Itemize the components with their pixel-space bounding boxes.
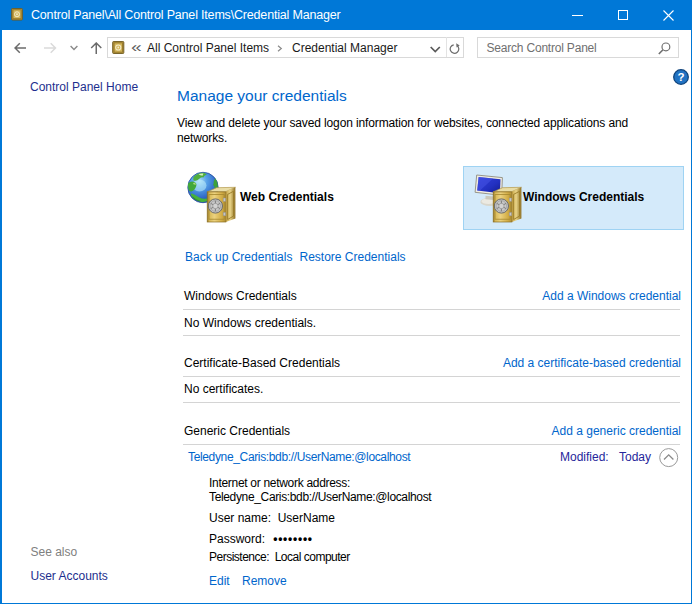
svg-text:?: ? [677, 70, 684, 82]
